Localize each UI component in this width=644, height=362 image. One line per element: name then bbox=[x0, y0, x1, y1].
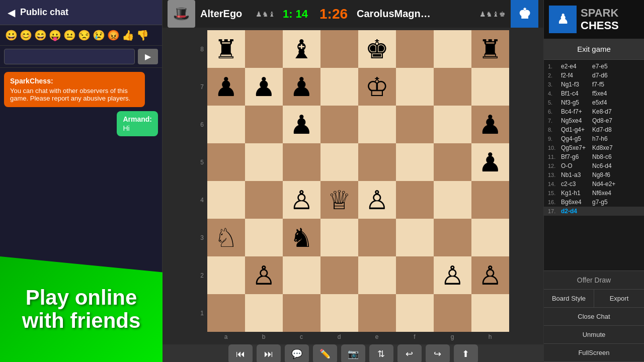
move-black-4[interactable]: f5xe4 bbox=[592, 90, 621, 97]
board-cell-b7[interactable]: ♟ bbox=[245, 68, 283, 106]
move-black-10[interactable]: Kd8xe7 bbox=[592, 144, 621, 151]
board-cell-f2[interactable] bbox=[396, 256, 434, 294]
board-cell-h8[interactable]: ♜ bbox=[471, 30, 509, 68]
emoji-2[interactable]: 😊 bbox=[20, 29, 32, 41]
skip-start-button[interactable]: ⏮ bbox=[228, 344, 253, 362]
offer-draw-button[interactable]: Offer Draw bbox=[544, 270, 644, 290]
board-cell-f6[interactable] bbox=[396, 106, 434, 143]
emoji-4[interactable]: 😛 bbox=[49, 29, 61, 41]
emoji-6[interactable]: 😒 bbox=[78, 29, 91, 41]
board-cell-a1[interactable] bbox=[207, 294, 245, 332]
emoji-3[interactable]: 😄 bbox=[34, 29, 47, 41]
board-cell-h6[interactable]: ♟ bbox=[471, 106, 509, 143]
board-cell-c6[interactable]: ♟ bbox=[283, 106, 320, 143]
board-cell-g2[interactable]: ♙ bbox=[434, 256, 471, 294]
move-black-11[interactable]: Nb8-c6 bbox=[592, 153, 621, 160]
move-white-5[interactable]: Nf3-g5 bbox=[561, 99, 590, 106]
board-cell-e2[interactable] bbox=[358, 256, 396, 294]
board-cell-d1[interactable] bbox=[320, 294, 358, 332]
move-white-16[interactable]: Bg6xe4 bbox=[561, 199, 590, 206]
chat-input[interactable] bbox=[4, 49, 135, 64]
unmute-button[interactable]: Unmute bbox=[544, 326, 644, 344]
redo-button[interactable]: ↪ bbox=[426, 344, 450, 362]
board-cell-c2[interactable] bbox=[283, 256, 320, 294]
board-cell-c4[interactable]: ♙ bbox=[283, 181, 320, 219]
move-row-1[interactable]: 1.e2-e4e7-e5 bbox=[544, 62, 644, 71]
move-white-4[interactable]: Bf1-c4 bbox=[561, 90, 590, 97]
board-cell-c5[interactable] bbox=[283, 143, 320, 181]
move-black-12[interactable]: Nc6-d4 bbox=[592, 162, 621, 169]
move-white-14[interactable]: c2-c3 bbox=[561, 180, 590, 188]
move-row-8[interactable]: 8.Qd1-g4+Kd7-d8 bbox=[544, 125, 644, 134]
flip-board-button[interactable]: ⇅ bbox=[369, 344, 393, 362]
board-cell-g5[interactable] bbox=[434, 143, 471, 181]
board-cell-b5[interactable] bbox=[245, 143, 283, 181]
move-black-15[interactable]: Nf6xe4 bbox=[592, 190, 621, 197]
board-cell-a2[interactable] bbox=[207, 256, 245, 294]
move-black-5[interactable]: e5xf4 bbox=[592, 99, 621, 106]
move-black-16[interactable]: g7-g5 bbox=[592, 199, 621, 206]
board-cell-d8[interactable] bbox=[320, 30, 358, 68]
move-black-13[interactable]: Ng8-f6 bbox=[592, 171, 621, 178]
board-cell-h5[interactable]: ♟ bbox=[471, 143, 509, 181]
draw-button[interactable]: ✏️ bbox=[313, 344, 337, 362]
board-cell-h3[interactable] bbox=[471, 219, 509, 256]
move-white-10[interactable]: Qg5xe7+ bbox=[561, 144, 590, 151]
board-cell-h7[interactable] bbox=[471, 68, 509, 106]
move-row-10[interactable]: 10.Qg5xe7+Kd8xe7 bbox=[544, 143, 644, 152]
board-cell-e1[interactable] bbox=[358, 294, 396, 332]
move-white-2[interactable]: f2-f4 bbox=[561, 72, 590, 79]
move-row-4[interactable]: 4.Bf1-c4f5xe4 bbox=[544, 89, 644, 98]
board-cell-b4[interactable] bbox=[245, 181, 283, 219]
move-white-8[interactable]: Qd1-g4+ bbox=[561, 126, 590, 133]
board-cell-f5[interactable] bbox=[396, 143, 434, 181]
board-cell-f8[interactable] bbox=[396, 30, 434, 68]
board-cell-d5[interactable] bbox=[320, 143, 358, 181]
board-cell-c1[interactable] bbox=[283, 294, 320, 332]
move-row-6[interactable]: 6.Bc4-f7+Ke8-d7 bbox=[544, 107, 644, 116]
move-row-7[interactable]: 7.Ng5xe4Qd8-e7 bbox=[544, 116, 644, 125]
board-cell-a6[interactable] bbox=[207, 106, 245, 143]
move-white-9[interactable]: Qg4-g5 bbox=[561, 135, 590, 142]
move-row-2[interactable]: 2.f2-f4d7-d6 bbox=[544, 71, 644, 80]
fullscreen-button[interactable]: FullScreen bbox=[544, 344, 644, 362]
back-button[interactable]: ◀ bbox=[8, 7, 15, 19]
board-cell-e3[interactable] bbox=[358, 219, 396, 256]
board-cell-a7[interactable]: ♟ bbox=[207, 68, 245, 106]
move-black-2[interactable]: d7-d6 bbox=[592, 72, 621, 79]
board-cell-g4[interactable] bbox=[434, 181, 471, 219]
board-cell-d2[interactable] bbox=[320, 256, 358, 294]
board-cell-b8[interactable] bbox=[245, 30, 283, 68]
move-white-15[interactable]: Kg1-h1 bbox=[561, 190, 590, 197]
move-row-5[interactable]: 5.Nf3-g5e5xf4 bbox=[544, 98, 644, 107]
move-row-16[interactable]: 16.Bg6xe4g7-g5 bbox=[544, 198, 644, 207]
resign-button[interactable]: ⬆ bbox=[454, 344, 478, 362]
board-cell-e5[interactable] bbox=[358, 143, 396, 181]
emoji-7[interactable]: 😢 bbox=[93, 29, 105, 41]
emoji-1[interactable]: 😀 bbox=[5, 29, 18, 41]
board-cell-e8[interactable]: ♚ bbox=[358, 30, 396, 68]
emoji-8[interactable]: 😡 bbox=[107, 29, 120, 41]
board-cell-b1[interactable] bbox=[245, 294, 283, 332]
board-style-button[interactable]: Board Style bbox=[544, 290, 594, 307]
chat-toolbar-button[interactable]: 💬 bbox=[285, 344, 309, 362]
move-black-1[interactable]: e7-e5 bbox=[592, 63, 621, 70]
board-cell-h4[interactable] bbox=[471, 181, 509, 219]
board-cell-g3[interactable] bbox=[434, 219, 471, 256]
move-row-12[interactable]: 12.O-ONc6-d4 bbox=[544, 161, 644, 170]
undo-button[interactable]: ↩ bbox=[397, 344, 422, 362]
board-cell-g6[interactable] bbox=[434, 106, 471, 143]
move-white-11[interactable]: Bf7-g6 bbox=[561, 153, 590, 160]
board-cell-e6[interactable] bbox=[358, 106, 396, 143]
move-row-17[interactable]: 17.d2-d4 bbox=[544, 207, 644, 216]
board-cell-d7[interactable] bbox=[320, 68, 358, 106]
board-cell-g7[interactable] bbox=[434, 68, 471, 106]
move-row-13[interactable]: 13.Nb1-a3Ng8-f6 bbox=[544, 170, 644, 179]
move-black-8[interactable]: Kd7-d8 bbox=[592, 126, 621, 133]
board-cell-f4[interactable] bbox=[396, 181, 434, 219]
move-black-7[interactable]: Qd8-e7 bbox=[592, 117, 621, 124]
board-cell-e4[interactable]: ♙ bbox=[358, 181, 396, 219]
board-cell-c7[interactable]: ♟ bbox=[283, 68, 320, 106]
move-black-6[interactable]: Ke8-d7 bbox=[592, 108, 621, 115]
board-cell-d6[interactable] bbox=[320, 106, 358, 143]
